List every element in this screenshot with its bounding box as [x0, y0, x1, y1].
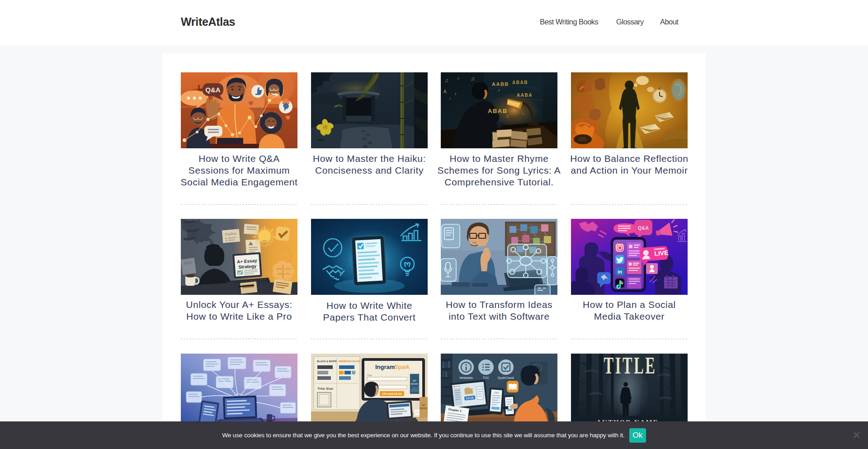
svg-text:♪: ♪: [454, 91, 457, 96]
svg-text:TOC: TOC: [483, 376, 490, 379]
svg-text:BLACK & WHITE: BLACK & WHITE: [317, 360, 337, 363]
svg-text:Libry: Libry: [494, 391, 500, 394]
svg-text:UPLOAD FILES: UPLOAD FILES: [382, 392, 402, 395]
svg-text:♪: ♪: [449, 96, 451, 100]
svg-text:in: in: [618, 269, 622, 274]
svg-text:ABAB: ABAB: [512, 80, 528, 85]
svg-text:EpubCheck: EpubCheck: [498, 376, 514, 380]
svg-text:A: A: [443, 89, 447, 94]
svg-text:Title: Title: [367, 374, 373, 377]
svg-text:Spark: Spark: [394, 364, 410, 370]
svg-text:♫: ♫: [505, 113, 509, 118]
svg-text:Trim Size: Trim Size: [317, 387, 334, 391]
svg-text:♪: ♪: [498, 87, 500, 92]
svg-text:♪: ♪: [457, 76, 459, 80]
svg-text:Ingram: Ingram: [375, 364, 395, 370]
svg-text:AABB: AABB: [492, 81, 509, 87]
svg-text:AABA: AABA: [517, 93, 533, 98]
svg-text:MY: MY: [422, 404, 426, 406]
svg-text:♫: ♫: [444, 77, 448, 84]
svg-text:MY: MY: [413, 379, 417, 382]
svg-text:♪: ♪: [522, 111, 524, 116]
svg-text:Q&A: Q&A: [638, 225, 649, 231]
svg-text:ABAB: ABAB: [488, 108, 508, 114]
svg-text:PREMIUM COLOR: PREMIUM COLOR: [339, 360, 360, 363]
svg-text:LIVE: LIVE: [654, 249, 669, 257]
svg-text:Metadata: Metadata: [459, 376, 472, 379]
svg-text:BOOK: BOOK: [411, 383, 418, 385]
svg-text:Q&A: Q&A: [205, 86, 221, 94]
svg-text:TITLE: TITLE: [604, 354, 656, 378]
svg-text:♫: ♫: [471, 76, 475, 82]
svg-text:BOOK: BOOK: [420, 407, 427, 410]
